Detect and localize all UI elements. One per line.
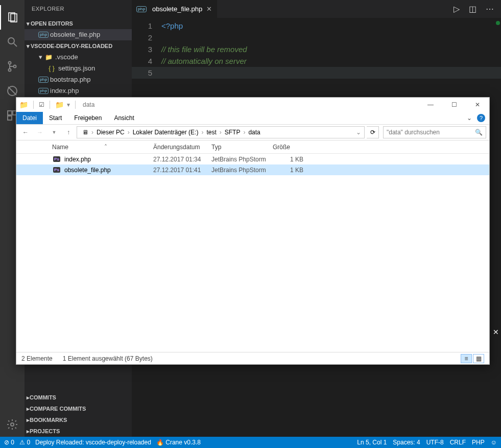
bc-item[interactable]: Lokaler Datenträger (E:) — [130, 129, 202, 136]
bc-pc-icon[interactable]: 🖥 — [79, 129, 91, 136]
status-encoding[interactable]: UTF-8 — [426, 439, 444, 446]
breadcrumb-dropdown-icon[interactable]: ⌄ — [356, 129, 364, 136]
view-details-icon[interactable]: ≡ — [461, 354, 472, 363]
php-icon: php — [137, 6, 146, 12]
run-icon[interactable]: ▷ — [454, 4, 460, 14]
svg-line-3 — [14, 43, 17, 46]
nav-back-icon[interactable]: ← — [19, 126, 32, 138]
php-icon: php — [39, 32, 48, 38]
editor-tabs: php obsolete_file.php ✕ ▷ ◫ ⋯ — [132, 0, 501, 18]
section-projects[interactable]: ▸PROJECTS — [25, 426, 132, 437]
tree-file-bootstrap[interactable]: phpbootstrap.php — [25, 74, 132, 85]
search-box[interactable]: 🔍 — [383, 126, 486, 138]
maximize-button[interactable]: ☐ — [442, 98, 466, 112]
svg-point-4 — [9, 62, 11, 64]
expand-ribbon-icon[interactable]: ⌄ — [467, 114, 472, 122]
svg-point-12 — [11, 423, 14, 426]
status-spaces[interactable]: Spaces: 4 — [393, 439, 420, 446]
bc-item[interactable]: Dieser PC — [93, 129, 128, 136]
ribbon-tab-view[interactable]: Ansicht — [108, 112, 140, 124]
tree-file-settings[interactable]: { }settings.json — [25, 63, 132, 74]
close-tab-icon[interactable]: ✕ — [206, 5, 212, 13]
search-input[interactable] — [387, 129, 475, 136]
ribbon-tab-start[interactable]: Start — [43, 112, 68, 124]
svg-rect-9 — [8, 111, 12, 115]
refresh-icon[interactable]: ⟳ — [367, 126, 379, 138]
status-errors[interactable]: ⊘ 0 — [4, 439, 14, 446]
status-count: 2 Elemente — [21, 355, 53, 362]
status-warnings[interactable]: ⚠ 0 — [19, 439, 30, 446]
status-position[interactable]: Ln 5, Col 1 — [357, 439, 387, 446]
qa-check-icon[interactable]: ☑ — [39, 101, 44, 108]
status-lang[interactable]: PHP — [472, 439, 485, 446]
explorer-statusbar: 2 Elemente 1 Element ausgewählt (67 Byte… — [16, 352, 489, 364]
activity-settings-icon[interactable] — [0, 412, 25, 437]
section-open-editors[interactable]: ▾OPEN EDITORS — [25, 18, 132, 29]
split-icon[interactable]: ◫ — [469, 4, 476, 14]
svg-line-8 — [8, 87, 16, 95]
activity-explorer-icon[interactable] — [0, 5, 25, 30]
status-feedback-icon[interactable]: ☺ — [491, 439, 497, 446]
ribbon: Datei Start Freigeben Ansicht ⌄? — [16, 112, 489, 124]
close-button[interactable]: ✕ — [466, 98, 489, 112]
file-icon: Ps — [52, 166, 61, 174]
file-icon: Ps — [52, 155, 61, 163]
more-icon[interactable]: ⋯ — [486, 4, 494, 14]
sort-icon: ˄ — [104, 144, 107, 151]
folder-icon: 📁 — [44, 52, 53, 63]
bc-item[interactable]: test — [203, 129, 219, 136]
file-list: Psindex.php27.12.2017 01:34JetBrains Php… — [16, 154, 489, 175]
svg-rect-11 — [8, 116, 12, 120]
tree-folder-vscode[interactable]: ▾📁.vscode — [25, 52, 132, 63]
minimap-marker — [496, 21, 500, 25]
bc-item[interactable]: data — [245, 129, 263, 136]
file-row[interactable]: Psindex.php27.12.2017 01:34JetBrains Php… — [16, 154, 489, 164]
folder-icon: 📁 — [55, 101, 64, 109]
ribbon-tab-file[interactable]: Datei — [16, 112, 43, 124]
nav-forward-icon[interactable]: → — [34, 126, 46, 138]
section-bookmarks[interactable]: ▸BOOKMARKS — [25, 414, 132, 426]
status-deploy[interactable]: Deploy Reloaded: vscode-deploy-reloaded — [35, 439, 151, 446]
folder-icon: 📁 — [19, 101, 28, 109]
section-compare-commits[interactable]: ▸COMPARE COMMITS — [25, 403, 132, 414]
window-title: data — [83, 101, 94, 108]
status-crane[interactable]: 🔥 Crane v0.3.8 — [156, 439, 201, 446]
tree-file-index[interactable]: phpindex.php — [25, 85, 132, 97]
nav-recent-icon[interactable]: ▼ — [48, 126, 60, 138]
close-icon[interactable]: ✕ — [493, 328, 499, 336]
nav-toolbar: ← → ▼ ↑ 🖥› Dieser PC› Lokaler Datenträge… — [16, 124, 489, 140]
view-icons-icon[interactable]: ▦ — [473, 354, 484, 363]
code-editor[interactable]: 1<?php 2 3// this file will be removed 4… — [132, 18, 501, 79]
window-titlebar[interactable]: 📁 ☑ 📁 ▾ data — ☐ ✕ — [16, 98, 489, 112]
svg-point-6 — [14, 65, 16, 68]
breadcrumb[interactable]: 🖥› Dieser PC› Lokaler Datenträger (E:)› … — [77, 126, 365, 138]
status-selected: 1 Element ausgewählt (67 Bytes) — [63, 355, 153, 362]
file-row[interactable]: Psobsolete_file.php27.12.2017 01:41JetBr… — [16, 164, 489, 175]
nav-up-icon[interactable]: ↑ — [62, 126, 75, 138]
editor-tab-obsolete[interactable]: php obsolete_file.php ✕ — [132, 0, 217, 18]
column-headers[interactable]: Name˄ Änderungsdatum Typ Größe — [16, 140, 489, 154]
sidebar-title: EXPLORER — [25, 0, 132, 18]
svg-point-5 — [9, 69, 11, 72]
php-icon: php — [39, 77, 48, 83]
json-icon: { } — [47, 63, 56, 74]
minimize-button[interactable]: — — [419, 98, 442, 112]
activity-git-icon[interactable] — [0, 54, 25, 79]
svg-point-2 — [8, 38, 14, 44]
help-icon[interactable]: ? — [477, 114, 485, 122]
file-explorer-window: 📁 ☑ 📁 ▾ data — ☐ ✕ Datei Start Freigeben… — [16, 97, 490, 365]
section-project[interactable]: ▾VSCODE-DEPLOY-RELOADED — [25, 40, 132, 52]
section-commits[interactable]: ▸COMMITS — [25, 392, 132, 403]
activity-search-icon[interactable] — [0, 30, 25, 54]
search-icon[interactable]: 🔍 — [475, 129, 483, 136]
php-icon: php — [39, 88, 48, 94]
bc-item[interactable]: SFTP — [222, 129, 244, 136]
status-eol[interactable]: CRLF — [450, 439, 466, 446]
vscode-statusbar: ⊘ 0 ⚠ 0 Deploy Reloaded: vscode-deploy-r… — [0, 437, 501, 448]
ribbon-tab-share[interactable]: Freigeben — [68, 112, 108, 124]
open-editor-file[interactable]: php obsolete_file.php — [25, 29, 132, 40]
